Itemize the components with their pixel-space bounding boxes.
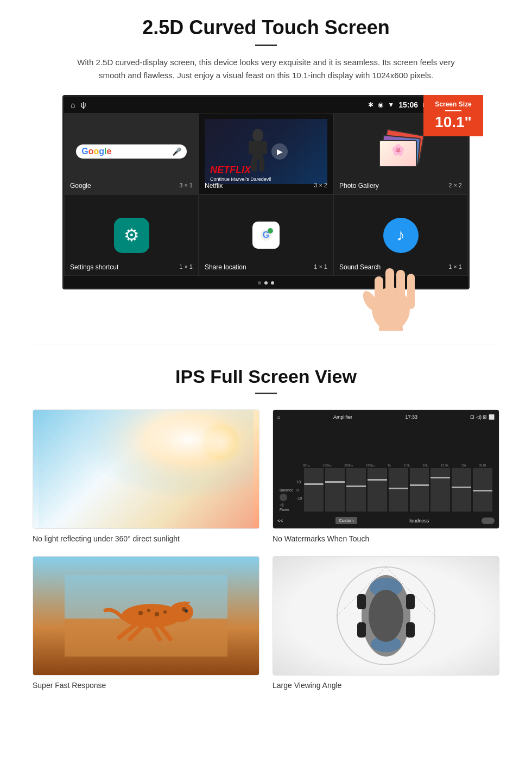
section2-title: IPS Full Screen View xyxy=(33,366,499,387)
google-maps-icon: G xyxy=(252,222,280,249)
sunlight-rays-svg xyxy=(33,410,259,528)
device-area: Screen Size 10.1" ⌂ ψ ✱ ◉ ▼ 15:06 ⊡ ◁) xyxy=(54,95,478,289)
badge-title: Screen Size xyxy=(431,100,476,108)
amplifier-label: No Watermarks When Touch xyxy=(273,534,499,543)
share-location-cell[interactable]: G Share location 1 × 1 xyxy=(199,194,333,276)
music-note-icon: ♪ xyxy=(397,226,405,244)
svg-rect-16 xyxy=(379,323,403,331)
custom-btn[interactable]: Custom xyxy=(335,517,357,524)
svg-rect-3 xyxy=(263,141,267,154)
amp-home-icon: ⌂ xyxy=(277,414,280,420)
status-time: 15:06 xyxy=(398,100,418,109)
mic-icon[interactable]: 🎤 xyxy=(172,147,181,156)
eq-scale: 100-10 xyxy=(296,480,302,500)
features-grid: No light reflecting under 360° direct su… xyxy=(33,409,499,690)
netflix-subtitle: Continue Marvel's Daredevil xyxy=(210,176,271,182)
svg-point-28 xyxy=(185,609,188,613)
eq-bar-2 xyxy=(325,468,345,512)
svg-point-25 xyxy=(169,602,193,622)
dot-2 xyxy=(264,281,268,285)
section1-title: 2.5D Curved Touch Screen xyxy=(33,16,499,39)
google-label: Google 3 × 1 xyxy=(70,182,193,190)
sound-icon-wrap: ♪ xyxy=(383,218,419,253)
svg-rect-39 xyxy=(406,594,415,609)
eq-slider-5 xyxy=(389,488,408,489)
home-icon[interactable]: ⌂ xyxy=(71,100,75,109)
device-frame: ⌂ ψ ✱ ◉ ▼ 15:06 ⊡ ◁) ⊠ ⬜ xyxy=(62,95,470,289)
eq-slider-3 xyxy=(346,485,366,487)
section-divider xyxy=(33,344,499,344)
sound-label: Sound Search 1 × 1 xyxy=(339,263,462,271)
settings-gear-icon: ⚙ xyxy=(124,225,140,245)
svg-rect-4 xyxy=(251,158,257,172)
photo-item-1: 🌸 xyxy=(379,140,417,167)
sound-search-cell[interactable]: ♪ Sound Search 1 × 1 xyxy=(333,194,468,276)
svg-rect-41 xyxy=(406,622,415,638)
eq-bar-5 xyxy=(389,468,408,512)
google-app-cell[interactable]: Google 🎤 Google 3 × 1 xyxy=(64,113,199,194)
feature-cheetah: Super Fast Response xyxy=(33,556,259,690)
app-grid-row1: Google 🎤 Google 3 × 1 xyxy=(64,113,468,194)
netflix-label: Netflix 3 × 2 xyxy=(205,182,327,190)
car-label: Large Viewing Angle xyxy=(273,681,499,690)
car-bg xyxy=(273,557,499,675)
amp-footer: << Custom loudness xyxy=(277,517,495,524)
amp-icons: ⊡ ◁) ⊠ ⬜ xyxy=(470,414,495,420)
status-left-icons: ⌂ ψ xyxy=(71,100,86,109)
dot-3 xyxy=(271,281,274,285)
share-label: Share location 1 × 1 xyxy=(205,263,327,271)
eq-bar-6 xyxy=(410,468,429,512)
section2-underline xyxy=(255,393,277,394)
svg-point-23 xyxy=(155,612,159,616)
settings-cell[interactable]: ⚙ Settings shortcut 1 × 1 xyxy=(64,194,199,276)
svg-rect-2 xyxy=(249,141,253,154)
svg-point-22 xyxy=(147,609,150,612)
badge-line xyxy=(445,110,461,111)
section-ips: IPS Full Screen View xyxy=(0,366,532,706)
cheetah-bg xyxy=(33,557,259,675)
google-search-bar[interactable]: Google 🎤 xyxy=(76,144,186,159)
svg-point-21 xyxy=(138,611,143,615)
amplifier-image: ⌂ Amplifier 17:33 ⊡ ◁) ⊠ ⬜ Balance ◁) Fa… xyxy=(273,409,499,529)
eq-slider-6 xyxy=(410,484,429,486)
loudness-toggle[interactable] xyxy=(482,518,495,524)
badge-size: 10.1" xyxy=(435,113,472,130)
netflix-play-button[interactable]: ▶ xyxy=(271,143,288,160)
svg-rect-1 xyxy=(252,141,263,160)
cheetah-image xyxy=(33,556,259,676)
photo-label: Photo Gallery 2 × 2 xyxy=(339,182,462,190)
svg-rect-40 xyxy=(357,622,366,638)
amp-back-btn[interactable]: << xyxy=(277,518,283,523)
eq-bar-7 xyxy=(430,468,450,512)
pagination-dots xyxy=(258,281,274,285)
amp-header: ⌂ Amplifier 17:33 ⊡ ◁) ⊠ ⬜ xyxy=(277,414,495,420)
netflix-app-cell[interactable]: ▶ NETFLIX Continue Marvel's Daredevil Ne… xyxy=(199,113,333,194)
cheetah-label: Super Fast Response xyxy=(33,681,259,690)
netflix-bg: ▶ NETFLIX Continue Marvel's Daredevil xyxy=(205,119,327,184)
svg-point-15 xyxy=(360,289,380,313)
eq-slider-8 xyxy=(452,487,471,488)
sunlight-label: No light reflecting under 360° direct su… xyxy=(33,534,259,543)
eq-freq-labels: 60hz100hz200hz500hz1k 2.5k10k12.5k15kSUB xyxy=(296,464,492,467)
feature-sunlight: No light reflecting under 360° direct su… xyxy=(33,409,259,543)
eq-bar-8 xyxy=(452,468,471,512)
pagination-area xyxy=(64,276,468,288)
amp-title: Amplifier xyxy=(333,414,352,420)
eq-sliders: 100-10 xyxy=(296,468,492,512)
bluetooth-icon: ✱ xyxy=(368,101,373,109)
amp-time: 17:33 xyxy=(405,414,417,420)
amplifier-bg: ⌂ Amplifier 17:33 ⊡ ◁) ⊠ ⬜ Balance ◁) Fa… xyxy=(273,410,499,528)
title-underline xyxy=(255,45,277,46)
screen-size-badge: Screen Size 10.1" xyxy=(423,95,483,136)
svg-point-0 xyxy=(252,129,263,142)
eq-bar-9 xyxy=(473,468,492,512)
cheetah-svg xyxy=(65,575,227,657)
eq-slider-2 xyxy=(325,481,345,483)
app-grid-row2: ⚙ Settings shortcut 1 × 1 G xyxy=(64,194,468,276)
eq-bar-3 xyxy=(346,468,366,512)
eq-bars: Balance ◁) Fader 60hz100hz200hz500hz1k 2… xyxy=(277,423,495,514)
eq-sliders-area: 60hz100hz200hz500hz1k 2.5k10k12.5k15kSUB… xyxy=(296,464,492,512)
svg-point-37 xyxy=(369,590,403,642)
svg-rect-38 xyxy=(357,594,366,609)
feature-car: Large Viewing Angle xyxy=(273,556,499,690)
